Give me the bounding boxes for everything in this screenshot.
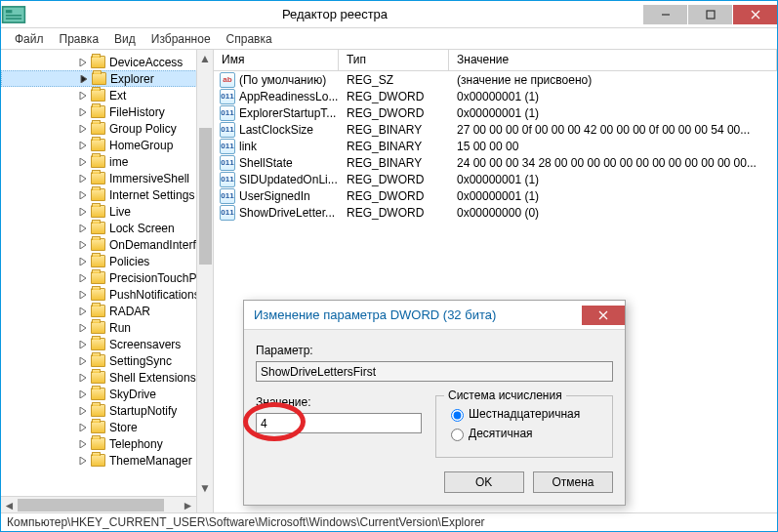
svg-marker-8 [80,59,86,66]
tree-item[interactable]: PrecisionTouchPa [1,269,213,286]
tree-item[interactable]: FileHistory [1,103,213,120]
expander-icon[interactable] [77,140,89,151]
expander-icon[interactable] [77,123,89,135]
expander-icon[interactable] [77,156,89,168]
binary-value-icon: 011 [220,172,235,187]
col-value[interactable]: Значение [449,50,777,70]
binary-value-icon: 011 [220,122,235,138]
menu-file[interactable]: Файл [7,32,52,46]
tree-hthumb[interactable] [18,499,164,512]
expander-icon[interactable] [77,189,89,201]
tree-item[interactable]: ime [1,153,213,170]
tree-item[interactable]: Ext [1,87,213,103]
expander-icon[interactable] [77,289,89,301]
dialog-close-button[interactable] [582,306,625,325]
folder-icon [91,271,105,284]
list-row[interactable]: 011SIDUpdatedOnLi...REG_DWORD0x00000001 … [214,171,777,187]
tree-item[interactable]: PushNotifications [1,286,213,303]
expander-icon[interactable] [77,223,89,234]
tree-item[interactable]: Shell Extensions [1,369,213,386]
list-row[interactable]: 011AppReadinessLo...REG_DWORD0x00000001 … [214,88,777,104]
scroll-left-icon[interactable]: ◄ [1,497,18,512]
scroll-right-icon[interactable]: ► [180,497,196,512]
tree-item[interactable]: DeviceAccess [1,54,213,70]
tree-item[interactable]: StartupNotify [1,402,213,419]
string-value-icon: ab [220,72,235,88]
radio-hex[interactable] [451,409,464,422]
maximize-button[interactable] [688,5,732,24]
tree-item[interactable]: Store [1,419,213,435]
tree-item[interactable]: Group Policy [1,120,213,137]
expander-icon[interactable] [77,306,89,317]
menu-edit[interactable]: Правка [52,32,107,46]
scroll-down-icon[interactable]: ▼ [197,479,213,496]
expander-icon[interactable] [77,438,89,450]
list-row[interactable]: 011ShellStateREG_BINARY24 00 00 00 34 28… [214,154,777,171]
tree-item[interactable]: SkyDrive [1,386,213,402]
menu-favorites[interactable]: Избранное [143,32,219,46]
tree-item[interactable]: Explorer [1,70,213,87]
folder-icon [91,454,105,467]
tree-item[interactable]: Lock Screen [1,220,213,236]
expander-icon[interactable] [77,239,89,251]
expander-icon[interactable] [77,206,89,218]
expander-icon[interactable] [77,272,89,284]
tree-hscrollbar[interactable]: ◄ ► [1,496,196,512]
expander-icon[interactable] [77,106,89,118]
expander-icon[interactable] [77,355,89,367]
tree-item-label: ImmersiveShell [109,172,189,185]
tree-item[interactable]: RADAR [1,303,213,319]
tree-item[interactable]: HomeGroup [1,137,213,153]
expander-icon[interactable] [77,389,89,400]
folder-icon [91,122,105,135]
expander-icon[interactable] [78,73,90,85]
list-row[interactable]: ab(По умолчанию)REG_SZ(значение не присв… [214,71,777,88]
svg-rect-3 [6,18,21,20]
expander-icon[interactable] [77,455,89,467]
list-row[interactable]: 011ShowDriveLetter...REG_DWORD0x00000000… [214,204,777,221]
tree-item[interactable]: ThemeManager [1,452,213,469]
scroll-up-icon[interactable]: ▲ [197,50,213,66]
radio-dec[interactable] [451,429,464,441]
ok-button[interactable]: OK [444,471,524,493]
cancel-button[interactable]: Отмена [533,471,613,493]
tree-item[interactable]: Internet Settings [1,186,213,203]
col-name[interactable]: Имя [214,50,339,70]
list-row[interactable]: 011ExplorerStartupT...REG_DWORD0x0000000… [214,104,777,121]
folder-icon [91,238,105,251]
tree-vthumb[interactable] [199,128,212,265]
tree-item[interactable]: Policies [1,253,213,269]
expander-icon[interactable] [77,322,89,334]
tree-item[interactable]: OnDemandInterfac [1,236,213,253]
expander-icon[interactable] [77,57,89,68]
svg-rect-5 [707,11,715,19]
svg-marker-10 [80,92,86,100]
expander-icon[interactable] [77,422,89,433]
tree-item[interactable]: ImmersiveShell [1,170,213,186]
expander-icon[interactable] [77,256,89,267]
titlebar: Редактор реестра [1,1,777,28]
tree-item[interactable]: Run [1,319,213,336]
expander-icon[interactable] [77,90,89,102]
folder-icon [91,105,105,118]
tree-item[interactable]: Live [1,203,213,220]
tree-item[interactable]: Screensavers [1,336,213,352]
close-button[interactable] [733,5,777,24]
menu-view[interactable]: Вид [106,32,143,46]
menu-help[interactable]: Справка [219,32,280,46]
minimize-button[interactable] [643,5,687,24]
tree-vscrollbar[interactable]: ▲ ▼ [196,50,213,512]
value-input[interactable] [256,413,422,433]
tree-item[interactable]: Telephony [1,435,213,452]
binary-value-icon: 011 [220,105,235,121]
list-row[interactable]: 011linkREG_BINARY15 00 00 00 [214,138,777,154]
expander-icon[interactable] [77,372,89,384]
edit-dword-dialog: Изменение параметра DWORD (32 бита) Пара… [243,300,626,506]
tree-item[interactable]: SettingSync [1,352,213,369]
list-row[interactable]: 011UserSignedInREG_DWORD0x00000001 (1) [214,187,777,204]
expander-icon[interactable] [77,339,89,350]
expander-icon[interactable] [77,173,89,184]
expander-icon[interactable] [77,405,89,417]
col-type[interactable]: Тип [339,50,449,70]
list-row[interactable]: 011LastClockSizeREG_BINARY27 00 00 00 0f… [214,121,777,138]
